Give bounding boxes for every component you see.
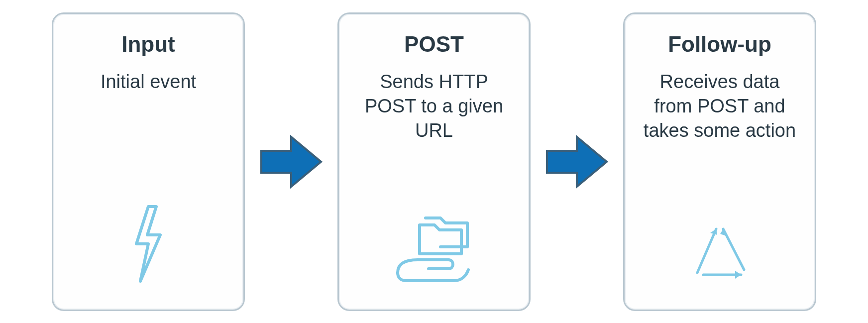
step-title: Input xyxy=(121,32,175,57)
svg-line-5 xyxy=(723,229,744,270)
svg-marker-2 xyxy=(547,137,607,187)
flow-diagram: Input Initial event POST Sends HTTP POST… xyxy=(42,2,826,321)
step-description: Receives data from POST and takes some a… xyxy=(639,70,801,143)
svg-marker-0 xyxy=(136,207,160,281)
arrow-icon xyxy=(544,132,609,192)
hand-folder-icon xyxy=(392,209,476,284)
step-card-post: POST Sends HTTP POST to a given URL xyxy=(337,12,531,311)
cycle-triangle-icon xyxy=(677,214,762,284)
step-description: Sends HTTP POST to a given URL xyxy=(353,70,515,143)
step-description: Initial event xyxy=(101,70,196,94)
svg-marker-8 xyxy=(735,271,741,279)
lightning-icon xyxy=(128,204,168,284)
svg-marker-1 xyxy=(261,137,321,187)
arrow-icon xyxy=(259,132,324,192)
step-card-followup: Follow-up Receives data from POST and ta… xyxy=(623,12,816,311)
step-title: POST xyxy=(404,32,464,57)
step-card-input: Input Initial event xyxy=(52,12,245,311)
step-title: Follow-up xyxy=(668,32,771,57)
svg-line-3 xyxy=(697,229,716,273)
